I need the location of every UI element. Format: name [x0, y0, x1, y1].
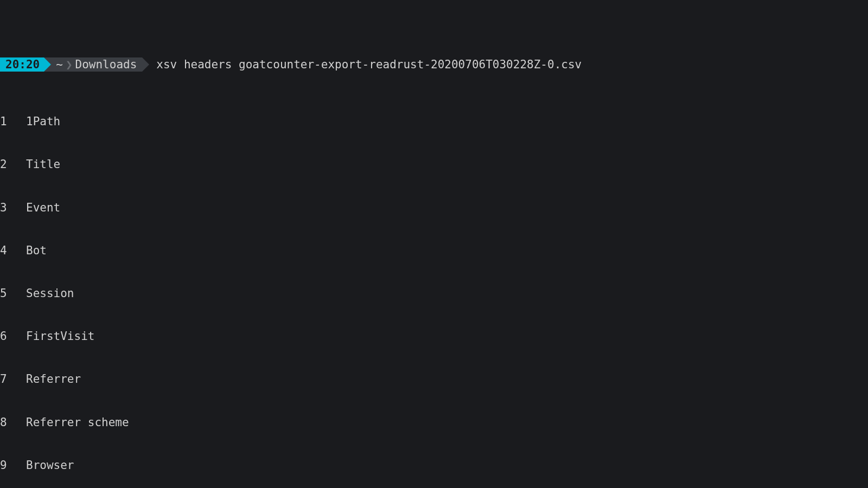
col-name: 1Path	[26, 115, 60, 128]
header-row: 9Browser	[0, 458, 868, 472]
col-num: 1	[0, 114, 26, 129]
col-num: 9	[0, 458, 26, 472]
dir-text: Downloads	[75, 57, 137, 72]
header-row: 8Referrer scheme	[0, 415, 868, 429]
col-num: 5	[0, 286, 26, 300]
prompt-path: ~❯Downloads	[44, 57, 142, 72]
header-row: 11Path	[0, 114, 868, 129]
time-text: 20:20	[5, 57, 40, 72]
header-row: 3Event	[0, 201, 868, 215]
col-num: 8	[0, 415, 26, 429]
col-num: 4	[0, 243, 26, 258]
command-text[interactable]: xsv headers goatcounter-export-readrust-…	[142, 57, 582, 72]
col-name: Event	[26, 201, 60, 214]
chevron-right-icon: ❯	[66, 57, 73, 72]
col-num: 3	[0, 201, 26, 215]
col-name: Title	[26, 158, 60, 171]
header-row: 5Session	[0, 286, 868, 300]
header-row: 6FirstVisit	[0, 329, 868, 343]
col-name: Referrer	[26, 373, 81, 386]
prompt-1: 20:20 ~❯Downloads xsv headers goatcounte…	[0, 57, 868, 72]
header-row: 4Bot	[0, 243, 868, 258]
headers-output: 11Path 2Title 3Event 4Bot 5Session 6Firs…	[0, 86, 868, 488]
header-row: 2Title	[0, 157, 868, 171]
home-text: ~	[56, 57, 63, 72]
col-num: 2	[0, 157, 26, 171]
col-num: 6	[0, 329, 26, 343]
prompt-time: 20:20	[0, 57, 44, 72]
col-name: Browser	[26, 459, 74, 472]
col-name: Referrer scheme	[26, 416, 129, 429]
header-row: 7Referrer	[0, 372, 868, 386]
col-num: 7	[0, 372, 26, 386]
col-name: FirstVisit	[26, 330, 94, 343]
col-name: Session	[26, 287, 74, 300]
col-name: Bot	[26, 244, 47, 257]
